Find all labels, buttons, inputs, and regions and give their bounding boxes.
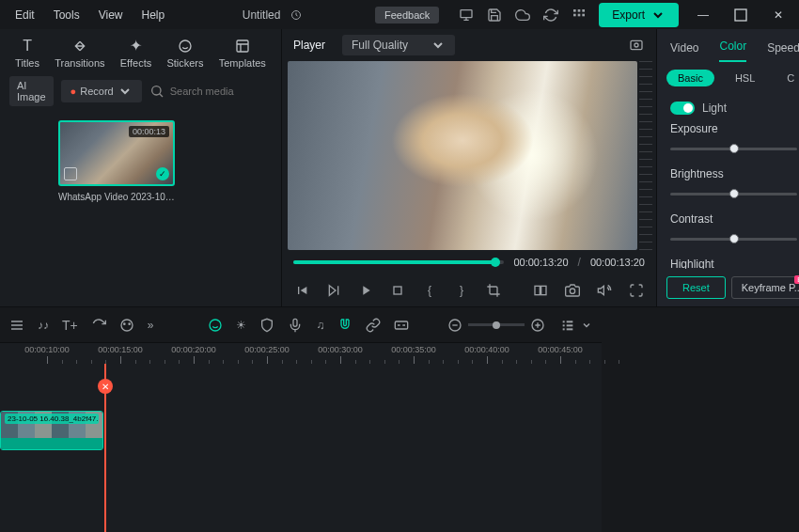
timeline-clip[interactable]: 23-10-05 16.40.38_4b2f47... — [0, 411, 103, 450]
zoom-slider[interactable] — [468, 323, 525, 326]
next-frame-button[interactable] — [325, 282, 342, 299]
param-slider[interactable] — [670, 238, 797, 241]
tab-templates[interactable]: Templates — [219, 37, 266, 69]
media-clip[interactable]: 00:00:13 ✓ WhatsApp Video 2023-10-05... — [58, 120, 175, 202]
feedback-button[interactable]: Feedback — [375, 7, 439, 23]
tl-magnet-icon[interactable] — [337, 318, 352, 333]
apps-icon[interactable] — [571, 7, 588, 23]
maximize-button[interactable] — [728, 8, 754, 23]
tab-video[interactable]: Video — [670, 41, 698, 62]
svg-rect-3 — [578, 9, 581, 12]
compare-icon[interactable] — [532, 282, 549, 299]
tl-link-icon[interactable] — [366, 318, 381, 333]
svg-rect-28 — [563, 321, 565, 322]
tl-shield-icon[interactable] — [259, 318, 274, 333]
ruler-label: 00:00:20:00 — [171, 345, 216, 354]
keyframe-path-button[interactable]: Keyframe P... — [731, 276, 799, 299]
inspector-panel: Video Color Speed Basic HSL C Light Expo… — [656, 29, 799, 306]
scrub-bar[interactable] — [293, 260, 504, 264]
svg-rect-32 — [567, 324, 573, 326]
menu-help[interactable]: Help — [134, 5, 173, 25]
preview-panel: Player Full Quality 00:00:13:20 / 00:00:… — [282, 29, 656, 306]
param-slider[interactable] — [670, 148, 797, 150]
timeline-tracks[interactable]: ✕ 23-10-05 16.40.38_4b2f47... — [0, 364, 602, 532]
tl-palette-icon[interactable] — [119, 318, 134, 333]
tab-effects[interactable]: ✦Effects — [120, 37, 151, 69]
frame-ruler — [639, 61, 652, 250]
tl-arrange-icon[interactable] — [9, 318, 24, 333]
param-slider[interactable] — [670, 193, 797, 196]
video-preview[interactable] — [288, 61, 637, 250]
tab-titles[interactable]: TTitles — [15, 37, 39, 69]
svg-point-17 — [570, 289, 574, 293]
cloud-icon[interactable] — [514, 7, 531, 23]
player-label: Player — [293, 39, 325, 52]
ruler-label: 00:00:40:00 — [464, 345, 509, 354]
subtab-curves[interactable]: C — [776, 70, 799, 86]
svg-point-20 — [121, 320, 133, 331]
refresh-icon[interactable] — [542, 7, 559, 23]
param-label: Highlight — [670, 258, 714, 269]
tl-audio-icon[interactable]: ♪♪ — [38, 319, 49, 332]
play-button[interactable] — [357, 282, 374, 299]
time-separator: / — [578, 256, 581, 269]
svg-point-23 — [210, 320, 221, 331]
chevron-down-icon[interactable] — [581, 320, 592, 331]
svg-point-21 — [123, 323, 124, 324]
menu-tools[interactable]: Tools — [46, 5, 87, 25]
svg-rect-31 — [567, 321, 573, 322]
menu-edit[interactable]: Edit — [8, 5, 42, 25]
ai-image-button[interactable]: AI Image — [9, 76, 54, 106]
mark-out-button[interactable]: } — [453, 282, 470, 299]
tl-text-icon[interactable]: T+ — [62, 318, 78, 333]
prev-frame-button[interactable] — [293, 282, 310, 299]
light-toggle[interactable] — [670, 102, 695, 115]
search-input[interactable] — [170, 86, 300, 97]
tab-color[interactable]: Color — [719, 39, 746, 62]
ruler-label: 00:00:10:00 — [24, 345, 70, 354]
svg-rect-6 — [578, 13, 581, 16]
clip-duration: 00:00:13 — [129, 126, 169, 137]
menu-view[interactable]: View — [91, 5, 131, 25]
tab-stickers[interactable]: Stickers — [166, 37, 203, 69]
tab-speed[interactable]: Speed — [767, 41, 799, 62]
tl-mic-icon[interactable] — [288, 318, 303, 333]
quality-select[interactable]: Full Quality — [342, 35, 455, 55]
crop-icon[interactable] — [485, 282, 502, 299]
subtab-hsl[interactable]: HSL — [724, 70, 766, 86]
stop-button[interactable] — [389, 282, 406, 299]
tl-caption-icon[interactable] — [394, 318, 409, 333]
tl-list-icon[interactable] — [560, 318, 575, 333]
tl-refresh-icon[interactable] — [91, 318, 106, 333]
minimize-button[interactable]: — — [690, 8, 716, 22]
fullscreen-icon[interactable] — [628, 282, 645, 299]
svg-rect-8 — [735, 9, 746, 21]
camera-icon[interactable] — [564, 282, 581, 299]
tl-sun-icon[interactable]: ☀ — [236, 319, 246, 332]
tl-smiley-icon[interactable] — [208, 318, 223, 333]
svg-rect-4 — [583, 9, 586, 12]
svg-rect-14 — [394, 287, 401, 294]
svg-rect-5 — [573, 13, 576, 16]
history-icon[interactable] — [288, 7, 305, 23]
subtab-basic[interactable]: Basic — [666, 70, 714, 86]
zoom-in-button[interactable] — [530, 318, 545, 333]
export-button[interactable]: Export — [599, 3, 679, 27]
save-icon[interactable] — [486, 7, 503, 23]
clip-label: 23-10-05 16.40.38_4b2f47... — [5, 414, 99, 424]
snapshot-icon[interactable] — [628, 37, 645, 54]
record-button[interactable]: ●Record — [61, 80, 142, 102]
volume-icon[interactable] — [596, 282, 613, 299]
reset-button[interactable]: Reset — [666, 276, 726, 299]
close-button[interactable]: ✕ — [765, 8, 791, 22]
tab-transitions[interactable]: Transitions — [55, 37, 104, 69]
search-icon — [149, 84, 164, 99]
playhead[interactable]: ✕ — [104, 364, 106, 532]
timeline-ruler[interactable]: 00:00:10:0000:00:15:0000:00:20:0000:00:2… — [0, 343, 602, 364]
playhead-marker-icon[interactable]: ✕ — [98, 379, 113, 394]
mark-in-button[interactable]: { — [421, 282, 438, 299]
zoom-out-button[interactable] — [447, 318, 462, 333]
tl-music-icon[interactable]: ♫ — [316, 319, 324, 332]
desktop-icon[interactable] — [458, 7, 475, 23]
tl-expand-icon[interactable]: » — [148, 319, 154, 332]
